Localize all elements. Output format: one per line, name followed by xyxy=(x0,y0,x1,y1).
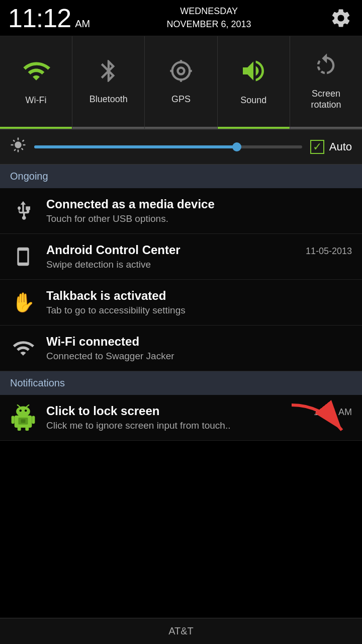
notif-talkback-text: Talkback is activated Tab to go to acces… xyxy=(46,289,352,316)
sound-indicator xyxy=(218,127,290,129)
clock-ampm: AM xyxy=(75,18,90,30)
settings-icon[interactable] xyxy=(328,5,354,31)
auto-brightness-label: Auto xyxy=(329,140,352,153)
brightness-fill xyxy=(34,145,235,148)
ongoing-list: Connected as a media device Touch for ot… xyxy=(0,188,362,371)
toggle-wifi[interactable]: Wi-Fi xyxy=(0,36,72,129)
toggle-sound[interactable]: Sound xyxy=(218,36,290,129)
svg-point-8 xyxy=(20,410,22,412)
notif-acc-text: Android Control Center 11-05-2013 Swipe … xyxy=(46,243,352,270)
notif-lock-screen[interactable]: Click to lock screen 11:11 AM Click me t… xyxy=(0,395,362,441)
notif-lock-subtitle: Click me to ignore screen input from tou… xyxy=(46,420,352,431)
brightness-row: ✓ Auto xyxy=(0,130,362,165)
date-display: WEDNESDAY NOVEMBER 6, 2013 xyxy=(167,5,251,30)
notif-acc-subtitle: Swipe detection is active xyxy=(46,259,352,270)
svg-line-10 xyxy=(18,405,20,407)
auto-brightness-checkbox[interactable]: ✓ xyxy=(310,140,324,154)
wifi-icon xyxy=(22,57,50,91)
screen-rotation-icon xyxy=(313,52,339,85)
clock-time: 11:12 xyxy=(8,3,71,33)
wifi-indicator xyxy=(0,127,72,129)
quick-toggles: Wi-Fi Bluetooth GPS xyxy=(0,36,362,130)
toggle-screen-rotation[interactable]: Screen rotation xyxy=(290,36,362,129)
notif-wifi-text: Wi-Fi connected Connected to Swagger Jac… xyxy=(46,335,352,362)
bluetooth-icon xyxy=(96,58,122,90)
notif-wifi-title: Wi-Fi connected xyxy=(46,335,352,349)
carrier-bar: AT&T xyxy=(0,618,362,644)
screen-rotation-indicator xyxy=(290,127,362,129)
toggle-bluetooth[interactable]: Bluetooth xyxy=(72,36,145,129)
notif-wifi[interactable]: Wi-Fi connected Connected to Swagger Jac… xyxy=(0,326,362,371)
toggle-gps-label: GPS xyxy=(171,94,191,105)
notif-lock-text: Click to lock screen 11:11 AM Click me t… xyxy=(46,404,352,431)
gps-indicator xyxy=(145,127,217,129)
ongoing-section-header: Ongoing xyxy=(0,165,362,188)
toggle-wifi-label: Wi-Fi xyxy=(26,95,47,106)
time-block: 11:12 AM xyxy=(8,3,90,33)
usb-icon xyxy=(10,198,36,224)
toggle-gps[interactable]: GPS xyxy=(145,36,217,129)
svg-point-0 xyxy=(172,62,190,80)
svg-point-7 xyxy=(16,406,30,417)
notif-talkback-subtitle: Tab to go to accessibility settings xyxy=(46,305,352,316)
svg-line-11 xyxy=(27,405,29,407)
notif-talkback-title: Talkback is activated xyxy=(46,289,352,303)
notif-talkback[interactable]: ✋ Talkback is activated Tab to go to acc… xyxy=(0,280,362,326)
brightness-thumb xyxy=(232,142,241,151)
status-bar: 11:12 AM WEDNESDAY NOVEMBER 6, 2013 xyxy=(0,0,362,36)
notif-usb[interactable]: Connected as a media device Touch for ot… xyxy=(0,188,362,234)
notifications-list: Click to lock screen 11:11 AM Click me t… xyxy=(0,395,362,441)
toggle-screen-rotation-label: Screen rotation xyxy=(311,89,341,110)
svg-point-9 xyxy=(25,410,27,412)
notif-wifi-subtitle: Connected to Swagger Jacker xyxy=(46,351,352,362)
bluetooth-indicator xyxy=(72,127,144,129)
notif-lock-timestamp: 11:11 AM xyxy=(314,407,352,418)
notif-acc[interactable]: Android Control Center 11-05-2013 Swipe … xyxy=(0,234,362,280)
svg-rect-15 xyxy=(25,426,29,431)
notif-usb-title: Connected as a media device xyxy=(46,197,352,211)
svg-rect-14 xyxy=(18,426,21,431)
notif-acc-timestamp: 11-05-2013 xyxy=(306,246,352,257)
notif-usb-text: Connected as a media device Touch for ot… xyxy=(46,197,352,224)
date-label: NOVEMBER 6, 2013 xyxy=(167,18,251,31)
notifications-section-header: Notifications xyxy=(0,371,362,395)
notif-acc-title: Android Control Center xyxy=(46,243,180,257)
svg-rect-12 xyxy=(12,416,15,424)
toggle-sound-label: Sound xyxy=(240,95,266,106)
gps-icon xyxy=(168,58,194,90)
brightness-slider[interactable] xyxy=(34,145,302,148)
sound-icon xyxy=(239,57,267,91)
hand-icon: ✋ xyxy=(10,289,36,315)
svg-rect-17 xyxy=(21,419,26,423)
carrier-name: AT&T xyxy=(168,625,194,637)
brightness-icon xyxy=(10,137,26,157)
toggle-bluetooth-label: Bluetooth xyxy=(89,94,128,105)
android-icon xyxy=(10,405,36,431)
phone-icon xyxy=(10,244,36,270)
day-label: WEDNESDAY xyxy=(167,5,251,18)
notif-usb-subtitle: Touch for other USB options. xyxy=(46,213,352,224)
notif-lock-title: Click to lock screen xyxy=(46,404,159,418)
svg-rect-13 xyxy=(32,416,35,424)
auto-brightness-block: ✓ Auto xyxy=(310,140,352,154)
svg-point-1 xyxy=(178,68,185,74)
wifi-connected-icon xyxy=(10,335,36,361)
